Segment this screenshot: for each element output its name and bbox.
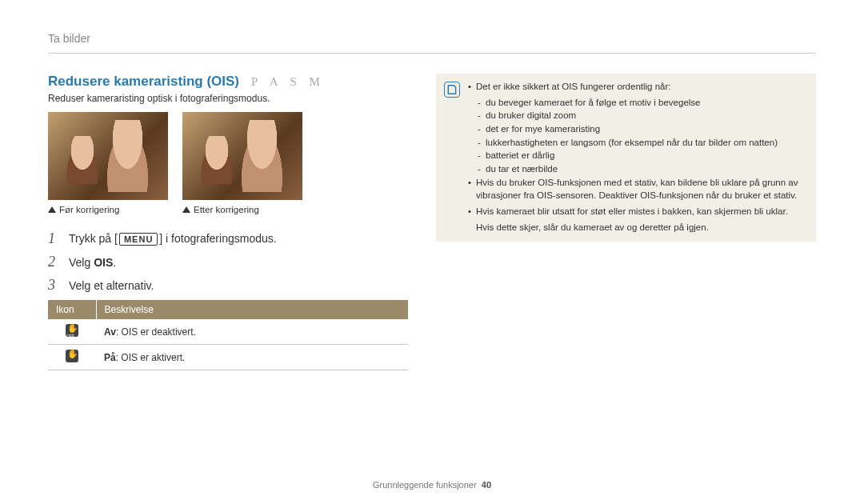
note-subline: du beveger kameraet for å følge et motiv… — [468, 96, 806, 110]
table-row: Av: OIS er deaktivert. — [48, 319, 408, 345]
step-number: 2 — [48, 254, 61, 270]
caption-after: Etter korrigering — [182, 205, 302, 214]
footer-page-number: 40 — [482, 480, 491, 490]
row1-label: Av — [104, 326, 116, 338]
step-2: 2 Velg OIS. — [48, 254, 408, 270]
row2-text: : OIS er aktivert. — [116, 352, 186, 363]
table-head-icon: Ikon — [48, 300, 96, 319]
triangle-up-icon — [182, 206, 190, 213]
example-photo-after — [182, 112, 302, 200]
breadcrumb: Ta bilder — [48, 32, 816, 54]
caption-before-text: Før korrigering — [59, 205, 119, 214]
page-title: Redusere kameraristing (OIS) — [48, 74, 239, 90]
row1-text: : OIS er deaktivert. — [116, 326, 196, 338]
note-icon — [444, 82, 460, 98]
note-line-cont: Hvis dette skjer, slår du kameraet av og… — [468, 221, 806, 234]
step-number: 1 — [48, 230, 61, 247]
ois-off-icon — [66, 324, 78, 337]
step-2-text-post: . — [113, 256, 116, 269]
options-table: Ikon Beskrivelse Av: OIS er deaktivert. … — [48, 300, 408, 370]
step-1-text-pre: Trykk på [ — [69, 232, 118, 245]
note-line: Hvis du bruker OIS-funksjonen med et sta… — [468, 176, 806, 202]
step-1: 1 Trykk på [MENU] i fotograferingsmodus. — [48, 230, 408, 247]
caption-after-text: Etter korrigering — [194, 205, 259, 214]
step-2-text-pre: Velg — [69, 256, 94, 269]
note-subline: batteriet er dårlig — [468, 149, 806, 162]
note-line: Det er ikke sikkert at OIS fungerer orde… — [468, 80, 806, 94]
menu-button-label: MENU — [119, 233, 158, 246]
ois-on-icon — [66, 350, 78, 362]
table-head-desc: Beskrivelse — [96, 300, 408, 319]
table-row: På: OIS er aktivert. — [48, 345, 408, 370]
step-3: 3 Velg et alternativ. — [48, 277, 408, 294]
step-1-text-post: ] i fotograferingsmodus. — [159, 232, 276, 245]
row2-label: På — [104, 352, 116, 363]
example-photo-before — [48, 112, 168, 200]
mode-indicator: P A S M — [251, 75, 325, 89]
triangle-up-icon — [48, 206, 56, 213]
note-subline: du bruker digital zoom — [468, 109, 806, 122]
step-3-text: Velg et alternativ. — [69, 279, 154, 292]
note-subline: det er for mye kameraristing — [468, 122, 806, 136]
note-subline: du tar et nærbilde — [468, 162, 806, 176]
note-box: Det er ikke sikkert at OIS fungerer orde… — [436, 74, 816, 242]
step-2-bold: OIS — [94, 256, 113, 269]
footer-section: Grunnleggende funksjoner — [373, 480, 477, 490]
caption-before: Før korrigering — [48, 205, 168, 214]
page-footer: Grunnleggende funksjoner 40 — [0, 480, 864, 490]
step-number: 3 — [48, 277, 61, 294]
note-subline: lukkerhastigheten er langsom (for eksemp… — [468, 136, 806, 150]
subheading: Reduser kameraristing optisk i fotografe… — [48, 93, 408, 104]
note-line: Hvis kameraet blir utsatt for støt eller… — [468, 205, 806, 218]
